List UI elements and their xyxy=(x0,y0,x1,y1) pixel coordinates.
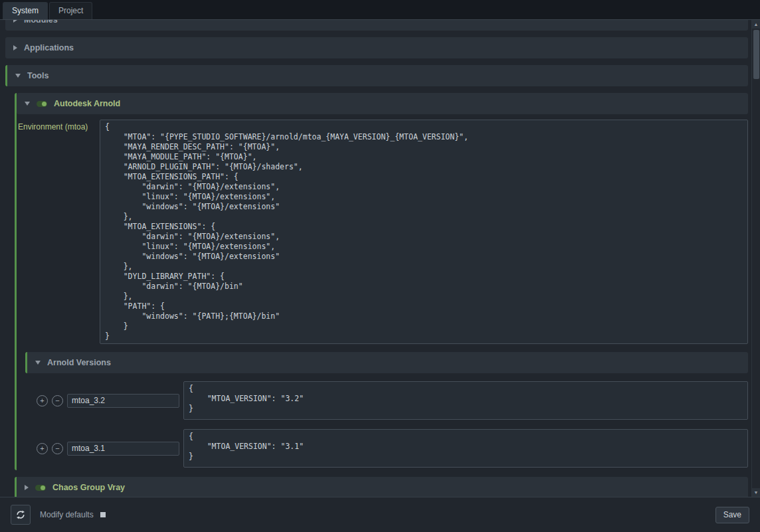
version-json-input[interactable]: { "MTOA_VERSION": "3.1" } xyxy=(183,429,748,468)
autodesk-arnold-title: Autodesk Arnold xyxy=(54,99,120,108)
collapse-arrow-icon xyxy=(25,102,30,106)
tab-system[interactable]: System xyxy=(3,2,48,19)
section-tools-body: Autodesk Arnold Environment (mtoa) { "MT… xyxy=(5,93,748,497)
version-row: + − { "MTOA_VERSION": "3.1" } xyxy=(37,429,748,468)
arnold-versions-header[interactable]: Arnold Versions xyxy=(25,352,748,373)
section-arnold-versions: Arnold Versions + − { "MTOA_VERSION": "3… xyxy=(25,352,748,470)
section-autodesk-arnold: Autodesk Arnold Environment (mtoa) { "MT… xyxy=(15,93,748,470)
add-version-button[interactable]: + xyxy=(37,443,48,454)
scroll-up-arrow-icon[interactable]: ▲ xyxy=(752,20,760,29)
refresh-button[interactable] xyxy=(11,505,31,525)
modify-defaults-checkbox[interactable] xyxy=(100,512,106,517)
expand-arrow-icon xyxy=(13,20,17,23)
section-modules-header[interactable]: Modules xyxy=(5,20,748,31)
tab-project[interactable]: Project xyxy=(49,2,92,19)
enabled-toggle-icon[interactable] xyxy=(35,485,46,491)
section-tools: Tools Autodesk Arnold Enviro xyxy=(5,65,748,497)
scrollbar-track[interactable] xyxy=(752,29,760,488)
arnold-versions-title: Arnold Versions xyxy=(47,358,111,367)
collapse-arrow-icon xyxy=(35,361,41,365)
autodesk-arnold-header[interactable]: Autodesk Arnold xyxy=(17,93,748,114)
version-json-input[interactable]: { "MTOA_VERSION": "3.2" } xyxy=(183,381,748,420)
chaos-group-vray-header[interactable]: Chaos Group Vray xyxy=(15,477,748,497)
version-key-input[interactable] xyxy=(67,394,179,408)
section-chaos-group-vray: Chaos Group Vray xyxy=(15,477,748,497)
scrollbar-thumb[interactable] xyxy=(753,30,759,79)
version-key-input[interactable] xyxy=(67,442,179,456)
section-applications-title: Applications xyxy=(24,43,74,52)
settings-scroll-area: Modules Applications Tools xyxy=(0,20,751,497)
expand-arrow-icon xyxy=(13,45,17,50)
remove-version-button[interactable]: − xyxy=(52,443,63,454)
section-tools-title: Tools xyxy=(27,71,48,80)
add-version-button[interactable]: + xyxy=(37,395,48,406)
settings-window: System Project Modules Applications xyxy=(0,0,760,532)
remove-version-button[interactable]: − xyxy=(52,395,63,406)
collapse-arrow-icon xyxy=(15,74,21,78)
arnold-versions-body: + − { "MTOA_VERSION": "3.2" } + − xyxy=(25,381,748,470)
settings-content: Modules Applications Tools xyxy=(0,20,760,497)
save-button[interactable]: Save xyxy=(715,507,749,523)
vertical-scrollbar: ▲ ▼ xyxy=(751,20,760,497)
main-tabbar: System Project xyxy=(0,0,760,20)
section-applications: Applications xyxy=(5,37,748,58)
section-tools-header[interactable]: Tools xyxy=(5,65,748,86)
environment-row: Environment (mtoa) { "MTOA": "{PYPE_STUD… xyxy=(17,120,748,344)
version-row: + − { "MTOA_VERSION": "3.2" } xyxy=(37,381,748,420)
footer-bar: Modify defaults Save xyxy=(0,497,760,532)
enabled-toggle-icon[interactable] xyxy=(37,101,47,107)
environment-json-input[interactable]: { "MTOA": "{PYPE_STUDIO_SOFTWARE}/arnold… xyxy=(100,120,748,344)
section-modules: Modules xyxy=(5,20,748,31)
section-applications-header[interactable]: Applications xyxy=(5,37,748,58)
environment-label: Environment (mtoa) xyxy=(17,120,100,132)
expand-arrow-icon xyxy=(25,485,29,490)
section-modules-title: Modules xyxy=(24,20,58,25)
autodesk-arnold-body: Environment (mtoa) { "MTOA": "{PYPE_STUD… xyxy=(17,120,748,470)
scroll-down-arrow-icon[interactable]: ▼ xyxy=(752,488,760,497)
modify-defaults-label: Modify defaults xyxy=(40,510,94,519)
refresh-icon xyxy=(15,509,26,520)
chaos-group-vray-title: Chaos Group Vray xyxy=(52,483,125,492)
